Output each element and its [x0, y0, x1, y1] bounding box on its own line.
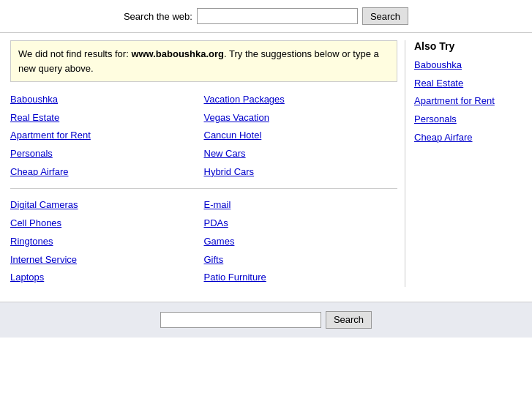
sidebar-link-apartment-for-rent[interactable]: Apartment for Rent — [414, 92, 522, 111]
link-personals[interactable]: Personals — [10, 145, 204, 163]
bottom-search-bar: Search — [0, 302, 532, 338]
link-cheap-airfare[interactable]: Cheap Airfare — [10, 163, 204, 182]
links-column-right-2: E-mail PDAs Games Gifts Patio Furniture — [204, 196, 398, 286]
link-cell-phones[interactable]: Cell Phones — [10, 215, 204, 233]
link-patio-furniture[interactable]: Patio Furniture — [204, 269, 398, 287]
links-column-left-1: Baboushka Real Estate Apartment for Rent… — [10, 91, 204, 181]
link-baboushka[interactable]: Baboushka — [10, 91, 204, 109]
links-section-2: Digital Cameras Cell Phones Ringtones In… — [10, 196, 397, 286]
link-cancun-hotel[interactable]: Cancun Hotel — [204, 127, 398, 145]
link-gifts[interactable]: Gifts — [204, 251, 398, 269]
top-search-bar: Search the web: Search — [0, 0, 532, 33]
link-internet-service[interactable]: Internet Service — [10, 251, 204, 269]
notice-prefix: We did not find results for: — [18, 48, 131, 59]
link-apartment-for-rent[interactable]: Apartment for Rent — [10, 127, 204, 145]
link-new-cars[interactable]: New Cars — [204, 145, 398, 163]
sidebar-link-real-estate[interactable]: Real Estate — [414, 75, 522, 93]
main-content: We did not find results for: www.baboush… — [0, 33, 532, 294]
bottom-search-button[interactable]: Search — [326, 311, 372, 329]
link-laptops[interactable]: Laptops — [10, 269, 204, 287]
link-digital-cameras[interactable]: Digital Cameras — [10, 196, 204, 215]
search-web-label: Search the web: — [124, 11, 192, 22]
link-vegas-vacation[interactable]: Vegas Vacation — [204, 109, 398, 127]
links-column-right-1: Vacation Packages Vegas Vacation Cancun … — [204, 91, 398, 181]
bottom-search-input[interactable] — [160, 312, 321, 328]
top-search-button[interactable]: Search — [362, 7, 408, 25]
link-games[interactable]: Games — [204, 233, 398, 251]
notice-box: We did not find results for: www.baboush… — [10, 40, 397, 82]
also-try-heading: Also Try — [414, 40, 522, 52]
link-vacation-packages[interactable]: Vacation Packages — [204, 91, 398, 109]
link-hybrid-cars[interactable]: Hybrid Cars — [204, 163, 398, 182]
left-content: We did not find results for: www.baboush… — [10, 40, 405, 287]
right-sidebar: Also Try Baboushka Real Estate Apartment… — [405, 40, 522, 287]
link-pdas[interactable]: PDAs — [204, 215, 398, 233]
section-divider — [10, 188, 397, 189]
links-section-1: Baboushka Real Estate Apartment for Rent… — [10, 91, 397, 181]
link-email[interactable]: E-mail — [204, 196, 398, 215]
link-ringtones[interactable]: Ringtones — [10, 233, 204, 251]
link-real-estate[interactable]: Real Estate — [10, 109, 204, 127]
notice-domain: www.baboushka.org — [131, 48, 224, 59]
sidebar-link-personals[interactable]: Personals — [414, 111, 522, 129]
links-column-left-2: Digital Cameras Cell Phones Ringtones In… — [10, 196, 204, 286]
top-search-input[interactable] — [197, 8, 358, 24]
sidebar-link-baboushka[interactable]: Baboushka — [414, 56, 522, 75]
sidebar-link-cheap-airfare[interactable]: Cheap Airfare — [414, 129, 522, 147]
